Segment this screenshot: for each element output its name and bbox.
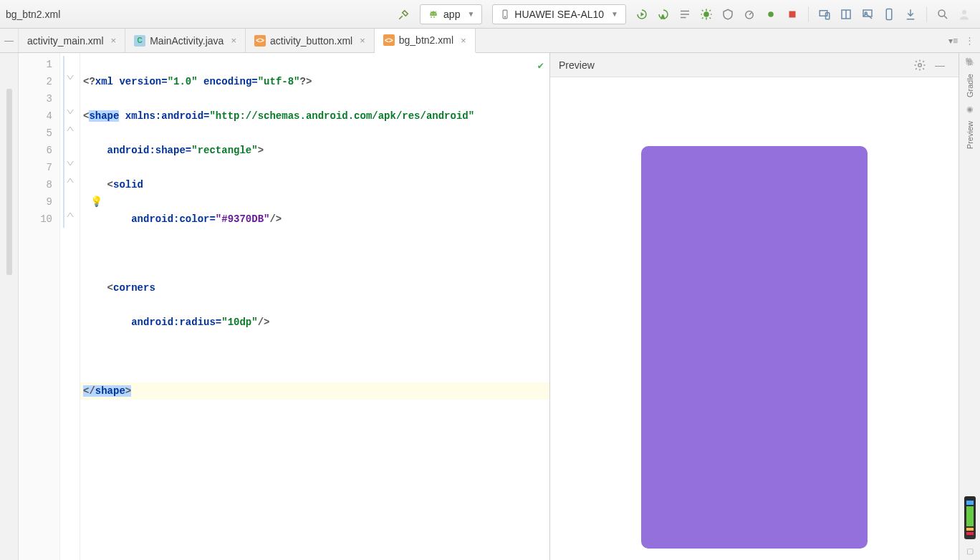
rail-label-preview[interactable]: Preview: [966, 117, 974, 153]
line-number: 8: [19, 176, 59, 193]
run-icon[interactable]: [633, 5, 651, 24]
line-number: 2: [19, 73, 59, 90]
avd-manager-icon[interactable]: [815, 5, 834, 24]
line-number: 7: [19, 159, 59, 176]
chevron-down-icon: ▼: [467, 10, 474, 18]
tab-label: bg_btn2.xml: [399, 34, 453, 46]
fold-toggle-icon[interactable]: [66, 125, 75, 133]
chevron-down-icon: ▼: [611, 10, 618, 18]
svg-text:A: A: [661, 14, 665, 19]
eye-icon[interactable]: ◉: [966, 105, 974, 114]
gear-icon[interactable]: [911, 56, 929, 74]
fold-toggle-icon[interactable]: [66, 107, 75, 116]
fold-toggle-icon[interactable]: [66, 176, 75, 185]
fold-toggle-icon[interactable]: [66, 159, 75, 168]
gradle-elephant-icon[interactable]: 🐘: [965, 57, 975, 67]
preview-title: Preview: [559, 59, 595, 71]
separator: [926, 6, 927, 22]
line-number: 6: [19, 142, 59, 159]
validation-ok-icon: ✔: [538, 57, 544, 74]
svg-rect-11: [886, 9, 892, 19]
download-icon[interactable]: [901, 5, 920, 24]
close-icon[interactable]: ×: [360, 35, 365, 46]
separator: [808, 6, 809, 22]
breadcrumb: bg_btn2.xml: [6, 9, 69, 20]
line-number-gutter: 1 2 3 4 5 6 7 8 9 10: [19, 53, 60, 560]
editor-tab-strip: — activity_main.xml × C MainActivity.jav…: [0, 29, 980, 53]
svg-point-13: [962, 10, 966, 14]
tab-strip-actions: ▾≡ ⋮: [943, 29, 980, 52]
line-number: 5: [19, 125, 59, 142]
code-text[interactable]: <?xml version="1.0" encoding="utf-8"?> <…: [80, 53, 549, 560]
intention-bulb-icon[interactable]: 💡: [90, 193, 102, 211]
more-tabs-icon[interactable]: ⋮: [965, 35, 974, 46]
line-number: 1: [19, 56, 59, 73]
svg-point-1: [505, 16, 506, 16]
preview-header: Preview —: [550, 53, 959, 77]
build-hammer-icon[interactable]: [395, 5, 413, 24]
close-icon[interactable]: ×: [461, 35, 466, 46]
tab-label: activity_main.xml: [27, 35, 104, 47]
svg-point-5: [768, 11, 774, 17]
device-frame-icon[interactable]: ▢: [966, 546, 974, 556]
line-number: 9: [19, 193, 59, 211]
preview-pane: Preview —: [550, 53, 959, 560]
tab-label: activity_button.xml: [270, 35, 352, 47]
rail-label-gradle[interactable]: Gradle: [966, 69, 974, 102]
fold-toggle-icon[interactable]: [66, 211, 75, 219]
tab-activity-main[interactable]: activity_main.xml ×: [19, 29, 125, 52]
coverage-icon[interactable]: [719, 5, 737, 24]
collapse-panel-icon[interactable]: —: [0, 29, 19, 52]
memory-indicator[interactable]: [964, 496, 976, 539]
stop-icon[interactable]: [783, 5, 802, 24]
device-label: HUAWEI SEA-AL10: [514, 9, 604, 20]
fold-toggle-icon[interactable]: [66, 73, 75, 82]
rerun-icon[interactable]: A: [654, 5, 673, 24]
code-editor[interactable]: 1 2 3 4 5 6 7 8 9 10 <?xml version="1.0"…: [19, 53, 550, 560]
scroll-thumb[interactable]: [6, 89, 12, 275]
apply-changes-icon[interactable]: [676, 5, 694, 24]
tab-activity-button[interactable]: <> activity_button.xml ×: [246, 29, 375, 52]
profiler-icon[interactable]: [740, 5, 759, 24]
close-icon[interactable]: ×: [231, 35, 236, 46]
tab-bg-btn2[interactable]: <> bg_btn2.xml ×: [375, 29, 476, 53]
main-area: 1 2 3 4 5 6 7 8 9 10 <?xml version="1.0"…: [0, 53, 980, 560]
line-number: 10: [19, 211, 59, 228]
debug-icon[interactable]: [697, 5, 716, 24]
main-toolbar: bg_btn2.xml app ▼ HUAWEI SEA-AL10 ▼ A: [0, 0, 980, 29]
layout-inspector-icon[interactable]: [880, 5, 898, 24]
resource-manager-icon[interactable]: [858, 5, 877, 24]
svg-point-12: [938, 10, 945, 16]
attach-debugger-icon[interactable]: [762, 5, 780, 24]
fold-gutter: [60, 53, 80, 560]
split-view-icon[interactable]: ▾≡: [948, 36, 958, 46]
toolbar-actions: app ▼ HUAWEI SEA-AL10 ▼ A: [394, 4, 974, 24]
sdk-manager-icon[interactable]: [837, 5, 855, 24]
user-icon[interactable]: [955, 5, 974, 24]
xml-file-icon: <>: [254, 35, 266, 47]
preview-canvas[interactable]: [550, 77, 959, 560]
device-dropdown[interactable]: HUAWEI SEA-AL10 ▼: [492, 4, 626, 24]
rendered-shape: [641, 146, 868, 549]
run-config-label: app: [443, 9, 460, 20]
line-number: 3: [19, 90, 59, 107]
svg-point-14: [918, 63, 922, 67]
close-icon[interactable]: ×: [111, 35, 117, 46]
run-config-dropdown[interactable]: app ▼: [420, 4, 482, 24]
breadcrumb-file: bg_btn2.xml: [6, 9, 60, 20]
xml-file-icon: <>: [383, 34, 395, 46]
line-number: 4: [19, 107, 59, 125]
minimize-icon[interactable]: —: [931, 56, 949, 74]
java-file-icon: C: [134, 35, 145, 47]
svg-point-3: [703, 11, 709, 17]
tab-label: MainActivity.java: [150, 35, 224, 47]
search-icon[interactable]: [933, 5, 952, 24]
right-tool-rail: 🐘 Gradle ◉ Preview ▢: [959, 53, 980, 560]
tab-main-activity[interactable]: C MainActivity.java ×: [125, 29, 246, 52]
left-tool-gutter: [0, 53, 19, 560]
svg-rect-6: [789, 11, 796, 17]
